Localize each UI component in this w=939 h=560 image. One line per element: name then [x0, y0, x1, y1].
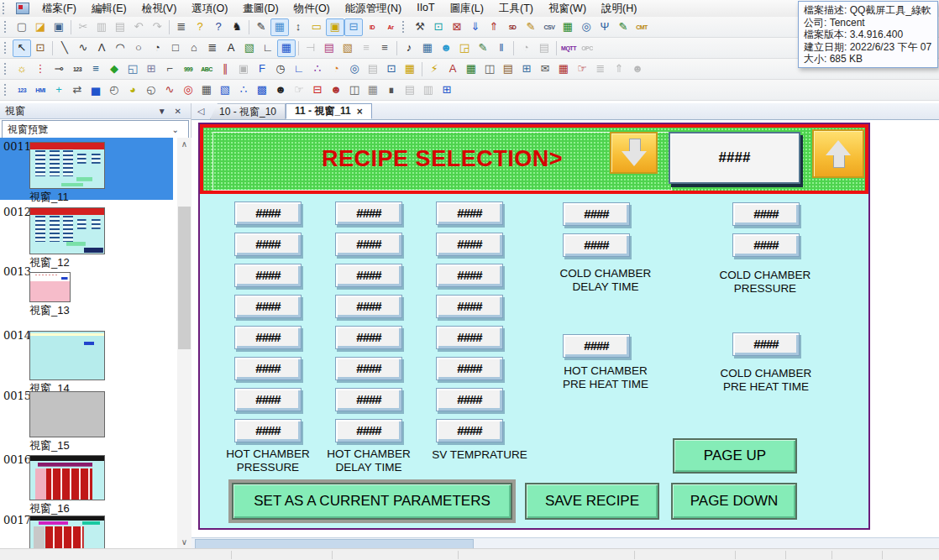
bit-lamp-icon[interactable]: ☼	[13, 60, 31, 78]
screen-capture-icon[interactable]: ⊡	[382, 60, 401, 78]
user-view-icon[interactable]: ☻	[271, 81, 290, 99]
function-key-icon[interactable]: ◆	[105, 60, 123, 78]
sd-card-icon[interactable]: SD	[503, 18, 522, 36]
set-word-icon[interactable]: 123	[68, 60, 87, 78]
snap-guide-icon[interactable]: ↕	[289, 18, 307, 36]
sidebar-item-window-17[interactable]: 0017	[0, 514, 173, 548]
circle-tool-icon[interactable]: ○	[129, 39, 148, 57]
analog-clock-icon[interactable]: ◷	[271, 60, 290, 78]
numeric-field[interactable]: ####	[335, 295, 402, 318]
scatter-chart-icon[interactable]: ∴	[234, 81, 253, 99]
new-file-icon[interactable]: ▢	[13, 18, 31, 36]
object-properties-icon[interactable]: ⊡	[31, 39, 50, 57]
file-import-icon[interactable]: ▥	[419, 81, 438, 99]
canvas-horizontal-scrollbar[interactable]	[191, 537, 939, 548]
slider-icon[interactable]: ⊞	[142, 60, 160, 78]
target-icon[interactable]: ◎	[179, 81, 197, 99]
numeric-field[interactable]: ####	[234, 233, 302, 256]
hand-pointer-icon[interactable]: ☞	[290, 81, 308, 99]
tag-library-icon[interactable]: ◲	[455, 39, 474, 57]
function-button-icon[interactable]: F	[253, 60, 271, 78]
grid-table-icon[interactable]: ▦	[197, 81, 216, 99]
transfer-icon[interactable]: ⇄	[68, 81, 87, 99]
alarm-display-icon[interactable]: ⊟	[308, 81, 327, 99]
numeric-field[interactable]: ####	[335, 264, 402, 287]
table-tool-icon[interactable]: ▦	[277, 39, 296, 57]
menu-item-options[interactable]: 選項(O)	[184, 0, 235, 18]
operator-icon[interactable]: ☻	[327, 81, 345, 99]
sound-library-icon[interactable]: ♪	[400, 39, 418, 57]
data-table-icon[interactable]: ▦	[559, 18, 577, 36]
window-object-icon[interactable]: ▭	[307, 18, 326, 36]
font-ar-icon[interactable]: Ar	[381, 18, 400, 36]
numeric-field[interactable]: ####	[732, 233, 800, 257]
scrollbar-thumb[interactable]	[178, 207, 191, 349]
redo-icon[interactable]: ↷	[148, 18, 166, 36]
string-table-icon[interactable]: ✎	[474, 39, 492, 57]
sidebar-item-window-13[interactable]: 0013視窗_13	[0, 265, 173, 312]
numeric-field[interactable]: ####	[563, 233, 630, 257]
select-cursor-icon[interactable]: ↖	[13, 39, 31, 57]
recipe-view-icon[interactable]: ▤	[499, 60, 517, 78]
picture-tool-icon[interactable]: ▧	[240, 39, 259, 57]
database-icon[interactable]: ⊞	[517, 60, 536, 78]
comment-bubble-icon[interactable]: ⊟	[344, 18, 363, 36]
history-chart-icon[interactable]: ▤	[535, 39, 553, 57]
recipe-table-icon[interactable]: ▦	[418, 39, 437, 57]
key-icon[interactable]: ⌐	[160, 60, 179, 78]
numeric-field[interactable]: ####	[335, 419, 402, 442]
window-copy-icon[interactable]: ▦	[462, 60, 480, 78]
numeric-field[interactable]: ####	[563, 202, 630, 226]
selection-icon[interactable]: ▣	[234, 60, 253, 78]
watchdog-icon[interactable]: ♞	[228, 18, 246, 36]
address-book-icon[interactable]: ▤	[320, 39, 338, 57]
toolbar-grip[interactable]	[4, 42, 10, 54]
paste-icon[interactable]: ▤	[111, 18, 129, 36]
tab-close-icon[interactable]: ×	[357, 106, 363, 118]
cut-icon[interactable]: ✂	[74, 18, 92, 36]
numeric-field[interactable]: ####	[436, 388, 503, 411]
save-icon[interactable]: ▣	[50, 18, 68, 36]
numeric-field[interactable]: ####	[436, 201, 503, 225]
line-tool-icon[interactable]: ╲	[55, 39, 74, 57]
chart-axes-icon[interactable]: ∟	[290, 60, 308, 78]
sidebar-item-window-11[interactable]: 0011視窗_11	[0, 140, 173, 204]
grid-toggle-icon[interactable]: ▦	[270, 18, 289, 36]
edit-macro-icon[interactable]: ✎	[522, 18, 540, 36]
word-lamp-icon[interactable]: ⋮	[31, 60, 50, 78]
menu-item-draw[interactable]: 畫圖(D)	[235, 0, 286, 18]
sidebar-item-window-14[interactable]: 0014視窗_14	[0, 329, 173, 395]
numeric-field[interactable]: ####	[335, 201, 402, 225]
numeric-field[interactable]: ####	[234, 264, 302, 287]
menu-item-file[interactable]: 檔案(F)	[34, 0, 84, 18]
numeric-field[interactable]: ####	[234, 357, 302, 380]
set-current-parameters-button[interactable]: SET AS A CURRENT PARAMETERS	[232, 483, 512, 520]
menu-item-library[interactable]: 圖庫(L)	[443, 0, 491, 18]
context-help-icon[interactable]: ?	[209, 18, 228, 36]
matrix-table-icon[interactable]: ▩	[253, 81, 271, 99]
numeric-field[interactable]: ####	[436, 326, 503, 349]
numeric-field[interactable]: ####	[436, 264, 503, 287]
clock-icon[interactable]: ◵	[142, 81, 160, 99]
barcode-icon[interactable]: ∥	[216, 60, 234, 78]
panel-dropdown-icon[interactable]: ▼	[154, 107, 170, 116]
string-label-icon[interactable]: A	[443, 60, 462, 78]
rectangle-tool-icon[interactable]: □	[166, 39, 185, 57]
csv-file-icon[interactable]: CSV	[540, 18, 559, 36]
group-library-icon[interactable]: ≡	[357, 39, 375, 57]
word-display-icon[interactable]: HMI	[31, 81, 50, 99]
copy-icon[interactable]: ▥	[92, 18, 111, 36]
recipe-number-display[interactable]: ####	[669, 132, 800, 184]
scroll-down-icon[interactable]: ∨	[177, 537, 191, 547]
toolbar-grip[interactable]	[402, 21, 408, 33]
numeric-field[interactable]: ####	[335, 357, 402, 380]
page-up-button[interactable]: PAGE UP	[673, 438, 797, 474]
online-simulation-icon[interactable]: ⊡	[429, 18, 448, 36]
recipe-down-button[interactable]	[610, 132, 658, 174]
file-export-icon[interactable]: ▤	[401, 81, 419, 99]
layered-windows-icon[interactable]: ▣	[326, 18, 344, 36]
menu-item-tools[interactable]: 工具(T)	[491, 0, 541, 18]
date-icon[interactable]: ▦	[364, 81, 382, 99]
panel-close-icon[interactable]: ✕	[170, 107, 186, 116]
toolbar-grip[interactable]	[4, 84, 10, 96]
